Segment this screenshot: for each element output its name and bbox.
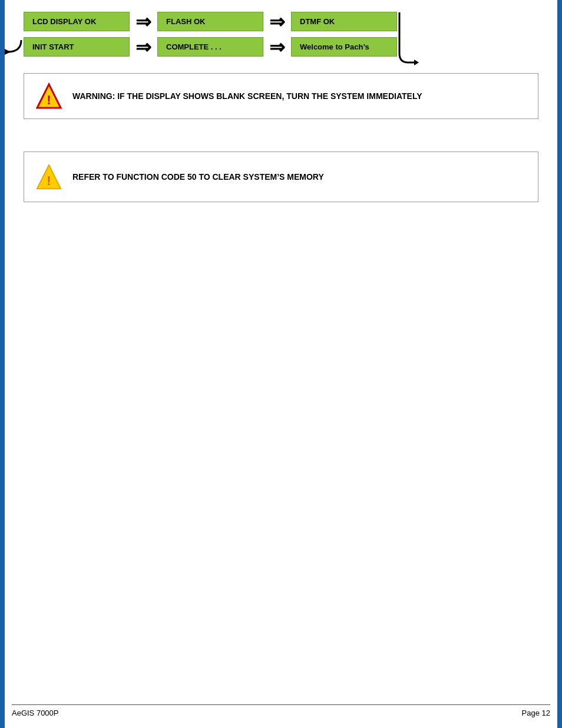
svg-marker-0 [414, 60, 419, 65]
flow-box-lcd: LCD DISPLAY OK [24, 12, 130, 31]
warning-icon-container: ! [35, 82, 63, 110]
arrow-right-4: ⇒ [269, 38, 285, 57]
warning-box: ! WARNING: IF THE DISPLAY SHOWS BLANK SC… [24, 73, 538, 119]
footer-page-number: Page 12 [522, 709, 550, 717]
flow-box-complete: COMPLETE . . . [157, 37, 263, 57]
warning-text: WARNING: IF THE DISPLAY SHOWS BLANK SCRE… [72, 91, 422, 101]
flow-row-1: LCD DISPLAY OK ⇒ FLASH OK ⇒ DTMF OK [24, 12, 550, 31]
back-arrow-container [5, 37, 22, 57]
right-sidebar-bar [557, 0, 562, 728]
svg-text:!: ! [47, 173, 51, 188]
flow-box-dtmf: DTMF OK [291, 12, 397, 31]
footer-product-name: AeGIS 7000P [12, 709, 59, 717]
back-arrow-svg [5, 37, 22, 55]
note-icon-container: ! [35, 163, 63, 191]
left-sidebar-bar [0, 0, 5, 728]
note-text: REFER TO FUNCTION CODE 50 TO CLEAR SYSTE… [72, 172, 324, 182]
note-box: ! REFER TO FUNCTION CODE 50 TO CLEAR SYS… [24, 151, 538, 202]
warning-triangle-icon: ! [35, 82, 63, 110]
flow-box-flash: FLASH OK [157, 12, 263, 31]
footer: AeGIS 7000P Page 12 [12, 704, 550, 717]
note-triangle-icon: ! [35, 163, 63, 191]
flow-diagram-section: LCD DISPLAY OK ⇒ FLASH OK ⇒ DTMF OK [12, 12, 550, 202]
flow-row-2: INIT START ⇒ COMPLETE . . . ⇒ Welcome to… [24, 37, 550, 57]
flow-box-init: INIT START [24, 37, 130, 57]
arrow-right-1: ⇒ [135, 12, 151, 31]
arrow-right-3: ⇒ [135, 38, 151, 57]
svg-text:!: ! [47, 93, 51, 107]
flow-box-welcome: Welcome to Pach’s [291, 37, 397, 57]
arrow-right-2: ⇒ [269, 12, 285, 31]
svg-marker-1 [5, 49, 11, 55]
